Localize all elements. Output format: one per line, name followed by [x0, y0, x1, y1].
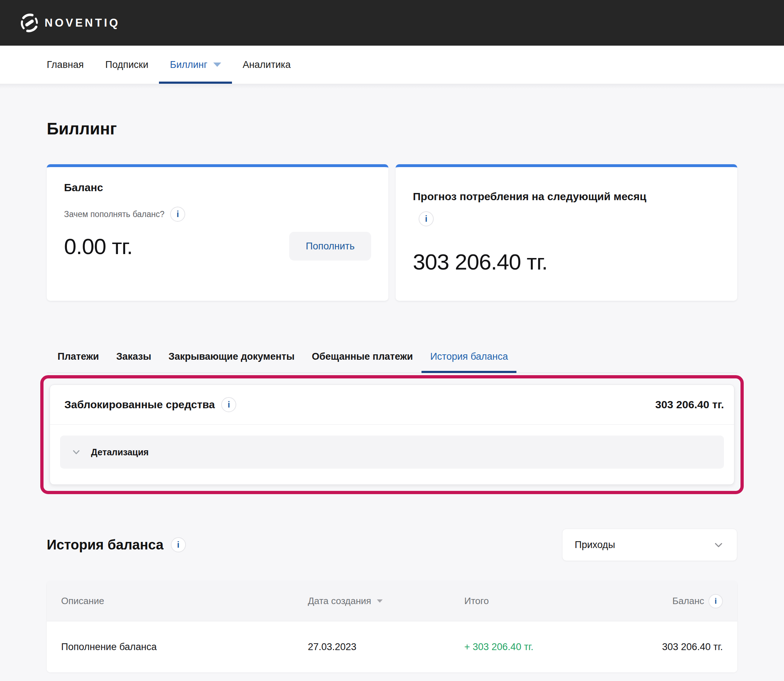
chevron-down-icon [71, 447, 82, 458]
history-filter-dropdown[interactable]: Приходы [562, 529, 737, 561]
column-header-created[interactable]: Дата создания [308, 595, 464, 607]
info-icon[interactable]: i [708, 594, 723, 608]
forecast-title-text: Прогноз потребления на следующий месяц [413, 190, 646, 202]
chevron-down-icon [713, 539, 725, 551]
info-icon[interactable]: i [419, 211, 434, 226]
column-header-description: Описание [61, 595, 308, 607]
billing-tabs: Платежи Заказы Закрывающие документы Обе… [47, 350, 737, 373]
tab-istoriya-balansa[interactable]: История баланса [422, 350, 516, 373]
info-icon[interactable]: i [171, 537, 186, 552]
tab-zakazy[interactable]: Заказы [108, 350, 160, 373]
cell-created: 27.03.2023 [308, 641, 464, 652]
history-section-header: История баланса i Приходы [47, 529, 737, 561]
nav-item-analitika[interactable]: Аналитика [232, 46, 302, 84]
table-header-row: Описание Дата создания Итого Баланс i [47, 581, 737, 621]
nav-label: Главная [47, 59, 84, 70]
blocked-funds-highlight-frame: Заблокированные средства i 303 206.40 тг… [40, 375, 744, 494]
nav-label: Аналитика [243, 59, 291, 70]
nav-item-glavnaya[interactable]: Главная [36, 46, 95, 84]
balance-amount: 0.00 тг. [64, 234, 133, 259]
history-section-title: История баланса [47, 537, 163, 553]
nav-item-billing[interactable]: Биллинг [159, 46, 232, 84]
balance-history-table: Описание Дата создания Итого Баланс i По… [47, 581, 737, 672]
cell-balance: 303 206.40 тг. [619, 641, 723, 652]
details-expander[interactable]: Детализация [60, 436, 724, 469]
nav-label: Подписки [105, 59, 149, 70]
page-top-gradient [0, 84, 784, 89]
forecast-card: Прогноз потребления на следующий месяц i… [395, 164, 737, 301]
top-header-bar: NOVENTIQ [0, 0, 784, 46]
blocked-funds-amount: 303 206.40 тг. [655, 399, 724, 411]
details-label: Детализация [91, 447, 149, 458]
info-icon[interactable]: i [170, 207, 185, 222]
info-icon[interactable]: i [221, 397, 236, 412]
noventiq-logo[interactable]: NOVENTIQ [20, 13, 120, 33]
blocked-funds-title: Заблокированные средства [64, 399, 215, 411]
caret-down-icon [213, 63, 221, 67]
logo-wordmark: NOVENTIQ [44, 16, 120, 30]
page-title: Биллинг [47, 119, 737, 138]
forecast-amount: 303 206.40 тг. [413, 249, 720, 274]
page-content: Биллинг Баланс Зачем пополнять баланс? i… [0, 119, 784, 672]
tab-obeshchannye-platezhi[interactable]: Обещанные платежи [303, 350, 422, 373]
forecast-card-title: Прогноз потребления на следующий месяц i [413, 186, 657, 229]
dropdown-selected-value: Приходы [575, 539, 615, 551]
balance-card: Баланс Зачем пополнять баланс? i 0.00 тг… [47, 164, 389, 301]
balance-question-link[interactable]: Зачем пополнять баланс? [64, 209, 164, 219]
table-row[interactable]: Пополнение баланса 27.03.2023 + 303 206.… [47, 621, 737, 672]
balance-card-title: Баланс [64, 182, 371, 194]
cell-total: + 303 206.40 тг. [464, 641, 619, 652]
noventiq-logo-icon [20, 13, 39, 33]
column-header-total: Итого [464, 595, 619, 607]
topup-button[interactable]: Пополнить [289, 232, 371, 261]
sort-desc-icon[interactable] [377, 599, 382, 603]
main-navigation: Главная Подписки Биллинг Аналитика [0, 46, 784, 84]
tab-zakryvayushchie-dokumenty[interactable]: Закрывающие документы [160, 350, 303, 373]
column-header-balance: Баланс i [619, 594, 723, 608]
nav-label: Биллинг [170, 59, 207, 70]
summary-cards-row: Баланс Зачем пополнять баланс? i 0.00 тг… [47, 164, 737, 301]
cell-description: Пополнение баланса [61, 641, 308, 652]
blocked-funds-card: Заблокированные средства i 303 206.40 тг… [50, 385, 734, 485]
nav-item-podpiski[interactable]: Подписки [95, 46, 159, 84]
tab-platezhi[interactable]: Платежи [49, 350, 108, 373]
